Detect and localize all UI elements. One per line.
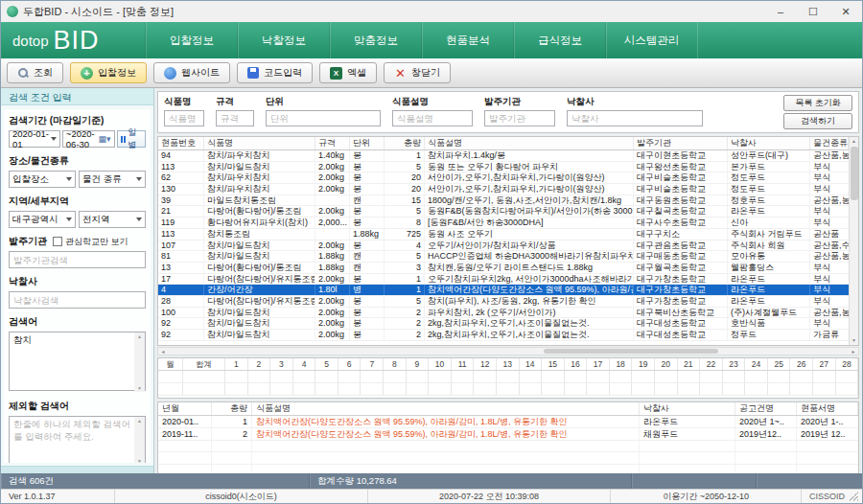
search-button[interactable]: 조회 (7, 62, 63, 83)
cell-kind: 공산품,농.. (810, 195, 849, 206)
col-orderer[interactable]: 발주기관 (634, 137, 728, 149)
scroll-up-icon[interactable]: ▲ (851, 137, 856, 146)
winner-search-input[interactable] (9, 291, 146, 309)
nav-item[interactable]: 시스템관리 (606, 22, 698, 58)
scroll-left-icon[interactable]: ◄ (158, 349, 168, 355)
nav-item[interactable]: 맞춤정보 (330, 22, 422, 58)
cell-kind: 공산품,농.. (810, 308, 849, 318)
close-button[interactable]: ✕ (829, 1, 862, 22)
cell-qty: 8 (385, 218, 425, 228)
col-winner[interactable]: 낙찰사 (640, 402, 735, 415)
table-row[interactable]: 28 다랑어(참다랑어)/유지통조림 2.00kg 봉 5 참치(파우치), 사… (158, 296, 849, 308)
cell-orderer: 대구가창초등학교 (634, 285, 728, 295)
col-total-qty[interactable]: 총량 (212, 402, 252, 415)
cell-winner: 라온푸드 (728, 274, 810, 285)
table-row[interactable]: 13 다랑어(황다랑어)/통조림 1.88kg 캔 3 참치캔,동원/오뚜기 라… (158, 263, 849, 274)
table-row[interactable]: 113 참치/마일드참치 2.00kg 봉 5 동원 또는 오뚜기 황다랑어 파… (158, 162, 849, 173)
history-row[interactable]: 2019-11.. 2 참치액어간장(다양도간장소스 원액 95.59%), 아… (158, 428, 858, 441)
orderer-search-input[interactable] (9, 251, 146, 268)
excel-icon: X (330, 67, 342, 80)
scroll-down-icon[interactable]: ▼ (851, 336, 856, 345)
excel-button[interactable]: X 엑셀 (319, 62, 377, 83)
col-winner[interactable]: 낙찰사 (728, 137, 810, 149)
region-select[interactable]: 대구광역시 (9, 211, 76, 228)
day-col-label: 12 (474, 358, 497, 370)
table-row[interactable]: 4 간장/어간장 1.80l 병 1 참치액어간장(다양도간장소스 원액 95.… (158, 285, 849, 296)
bid-info-button[interactable]: + 입찰정보 (70, 62, 147, 83)
table-row[interactable]: 113 참치통조림 1.88kg 725 동원 사조 오뚜기 대구구치소 주식회… (158, 229, 849, 241)
table-row[interactable]: 92 참치/마일드참치 2.00kg 봉 2 2kg,참치파우치,오뚜기,사조이… (158, 330, 849, 341)
cell-spec: 2.00kg (315, 296, 350, 307)
table-row[interactable]: 119 황다랑어유지파우치(참치) 2,000... 봉 8 [동원F&B/서안… (158, 218, 849, 229)
scroll-right-icon[interactable]: ► (849, 349, 858, 355)
col-notice-name[interactable]: 공고건명 (735, 402, 797, 415)
textarea-scrollbar[interactable]: ▲▼ (134, 332, 145, 392)
daily-button[interactable]: 일별 (117, 130, 147, 148)
bid-place-select[interactable]: 입찰장소 (9, 171, 76, 188)
nav-item[interactable]: 낙찰정보 (238, 22, 330, 58)
filter-field-input[interactable] (266, 110, 381, 126)
cell-orderer: 대구월곡초등학교 (634, 263, 728, 273)
table-row[interactable]: 21 다랑어(황다랑어)/통조림 2.00kg 봉 5 동원F&B(동원참치다랑… (158, 206, 849, 218)
minimize-button[interactable]: – (764, 1, 797, 22)
nav-item[interactable]: 급식정보 (514, 22, 606, 58)
date-from-select[interactable]: 2020-01-01 (9, 130, 60, 148)
table-row[interactable]: 94 참치/파우치참치 1.40kg 봉 1 참치파우치.1.4kg/봉 대구이… (158, 150, 849, 162)
col-unit[interactable]: 단위 (350, 137, 385, 149)
keyword-textarea[interactable]: 참치 (9, 332, 146, 391)
filter-field-input[interactable] (216, 110, 254, 126)
scrollbar-thumb[interactable] (851, 147, 858, 200)
results-grid-header: 현품번호 식품명 규격 단위 총량 식품설명 발주기관 낙찰사 물건종류 (158, 137, 849, 150)
table-row[interactable]: 100 참치/마일드참치 2.00kg 봉 2 파우치참치, 2k (오뚜기/서… (158, 308, 849, 319)
interest-checkbox[interactable] (53, 237, 62, 246)
cell-desc: 2kg,참치파우치,오뚜기,사조이물질없는것. (425, 330, 634, 340)
cell-winner: 라온푸드 (640, 416, 735, 427)
col-year-month[interactable]: 년월 (158, 402, 212, 415)
col-desc[interactable]: 식품설명 (425, 137, 634, 149)
table-row[interactable]: 92 참치/마일드참치 2.00kg 봉 2 2kg,참치파우치,오뚜기,사조이… (158, 318, 849, 330)
code-entry-button[interactable]: 코드입력 (237, 62, 313, 83)
cell-winner: 신아 (728, 218, 810, 228)
reset-list-button[interactable]: 목록 초기화 (783, 95, 852, 111)
goods-kind-select[interactable]: 물건 종류 (79, 171, 146, 188)
filter-field-input[interactable] (392, 110, 473, 126)
filter-field-input[interactable] (164, 110, 204, 126)
col-spec[interactable]: 규격 (315, 137, 350, 149)
col-food-desc[interactable]: 식품설명 (252, 402, 640, 415)
table-row[interactable]: 130 참치/파우치참치 2.00kg 봉 20 서안이가,오뚜기,참치파우치,… (158, 184, 849, 195)
col-qty[interactable]: 총량 (385, 137, 425, 149)
website-button[interactable]: 웹사이트 (153, 62, 230, 83)
do-search-button[interactable]: 검색하기 (783, 113, 852, 129)
logo-prefix: dotop (12, 33, 49, 49)
cell-spec: 2,000... (315, 218, 350, 228)
nav-item[interactable]: 입찰정보 (146, 22, 238, 58)
month-pivot-table: 월 합계 12345678910111213141516171819202122… (157, 357, 859, 399)
close-window-button[interactable]: ✕ 창닫기 (384, 62, 451, 83)
date-to-picker[interactable]: ~2020-06-30▦▾ (62, 130, 115, 148)
table-row[interactable]: 62 참치/파우치참치 2.00kg 봉 20 서안이가,오뚜기,참치파우치,가… (158, 172, 849, 184)
maximize-button[interactable]: ☐ (797, 1, 829, 22)
exclude-textarea[interactable] (9, 416, 146, 464)
cell-item-no: 21 (158, 206, 204, 217)
table-row[interactable]: 107 참치/마일드참치 2.00kg 봉 4 오뚜기/서안이가/참치파우치/상… (158, 241, 849, 252)
search-sidebar: 검색 조건 입력 검색기간 (마감일기준) 2020-01-01 ~2020-0… (1, 88, 154, 473)
table-row[interactable]: 17 다랑어(참다랑어)/유지통조림 2.00kg 봉 1 오뚜기참치파우치2k… (158, 274, 849, 286)
nav-item[interactable]: 현품분석 (422, 22, 514, 58)
filter-field-input[interactable] (484, 110, 555, 126)
col-item-no[interactable]: 현품번호 (158, 137, 204, 149)
col-food-name[interactable]: 식품명 (204, 137, 315, 149)
vertical-scrollbar[interactable]: ▲ ▼ (849, 137, 858, 345)
textarea-scrollbar[interactable]: ▲▼ (134, 417, 145, 465)
horizontal-scrollbar[interactable]: ◄ ► (157, 347, 859, 355)
sidebar-footer (1, 466, 153, 473)
col-kind[interactable]: 물건종류 (810, 137, 849, 149)
col-doc-name[interactable]: 현품서명 (797, 402, 858, 415)
resize-grip-icon[interactable] (849, 492, 858, 501)
table-row[interactable]: 39 마일드참치통조림 캔 15 1800g/캔/오뚜기, 동원,사조,서안이가… (158, 195, 849, 207)
total-quantity: 합계수량 10,278.64 (310, 473, 632, 489)
filter-field-input[interactable] (567, 110, 703, 126)
scrollbar-thumb[interactable] (544, 349, 719, 354)
history-row[interactable]: 2020-01.. 1 참치액어간장(다양도간장소스 원액 95.59%), 아… (158, 416, 858, 428)
subregion-select[interactable]: 전지역 (79, 211, 146, 228)
table-row[interactable]: 81 참치/마일드참치 1.88kg 캔 5 HACCP인증업체 하송DHA30… (158, 251, 849, 263)
